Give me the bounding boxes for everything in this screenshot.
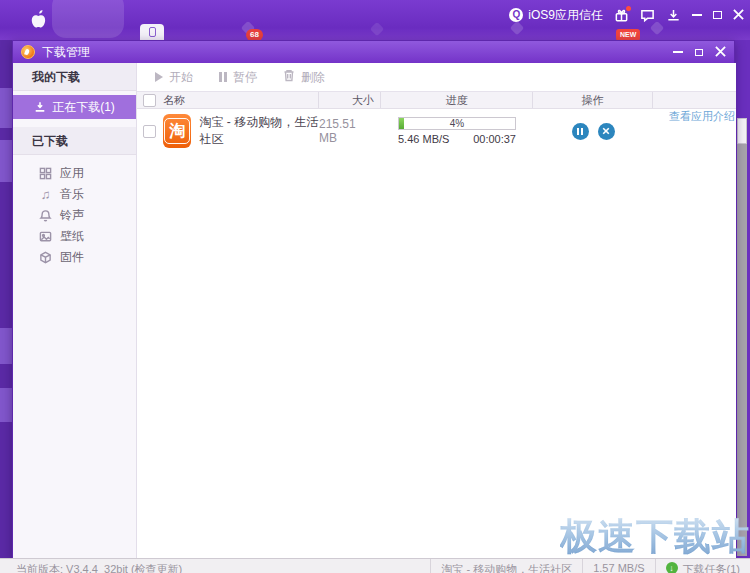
sidebar-item-label: 铃声 bbox=[60, 207, 84, 224]
active-tab-shape[interactable] bbox=[52, 0, 124, 38]
sidebar-item-downloading[interactable]: 正在下载(1) bbox=[13, 95, 136, 119]
select-all-checkbox[interactable] bbox=[143, 94, 156, 107]
sidebar-item-label: 壁纸 bbox=[60, 228, 84, 245]
table-header: 名称 大小 进度 操作 bbox=[137, 91, 736, 109]
pause-icon bbox=[577, 128, 583, 135]
app-logo-icon bbox=[21, 45, 35, 59]
picture-icon bbox=[39, 230, 52, 243]
sidebar-item-label: 音乐 bbox=[60, 186, 84, 203]
download-name: 淘宝 - 移动购物，生活社区 bbox=[199, 114, 319, 148]
app-top-bar: 68 NEW Q iOS9应用信任 bbox=[0, 0, 750, 40]
trust-icon: Q bbox=[509, 8, 523, 22]
download-time: 00:00:37 bbox=[473, 133, 516, 145]
music-note-icon: ♫ bbox=[39, 188, 52, 201]
dialog-close-button[interactable] bbox=[715, 43, 726, 61]
gift-alert-dot bbox=[626, 6, 631, 11]
bell-icon bbox=[39, 209, 52, 222]
sidebar-strip-item bbox=[0, 88, 12, 128]
ios9-trust-button[interactable]: Q iOS9应用信任 bbox=[509, 7, 603, 24]
sidebar-item-music[interactable]: ♫ 音乐 bbox=[13, 184, 136, 205]
status-task-count: 下载任务(1) bbox=[683, 562, 740, 573]
sidebar-section-my-downloads: 我的下载 bbox=[13, 63, 136, 91]
start-label: 开始 bbox=[169, 69, 193, 86]
download-speed: 5.46 MB/S bbox=[398, 133, 449, 145]
sparkle-decoration bbox=[370, 22, 384, 36]
sidebar-strip-item bbox=[0, 328, 12, 364]
sidebar-item-firmware[interactable]: 固件 bbox=[13, 247, 136, 268]
progress-bar: 4% bbox=[398, 117, 516, 130]
column-header-extra bbox=[653, 92, 736, 108]
gift-button[interactable] bbox=[614, 8, 629, 23]
sidebar-item-label: 固件 bbox=[60, 249, 84, 266]
progress-cell: 4% 5.46 MB/S 00:00:37 bbox=[398, 117, 516, 145]
app-close-button[interactable] bbox=[733, 6, 744, 24]
taobao-glyph: 淘 bbox=[164, 118, 190, 144]
row-checkbox[interactable] bbox=[143, 125, 156, 138]
download-list-panel: 开始 暂停 删除 名称 大小 进度 操作 bbox=[137, 63, 736, 559]
apple-logo-icon bbox=[28, 7, 50, 31]
app-maximize-button[interactable] bbox=[713, 11, 722, 19]
message-button[interactable] bbox=[640, 8, 655, 23]
background-sidebar-strip bbox=[0, 40, 12, 558]
delete-button[interactable]: 删除 bbox=[283, 69, 325, 86]
trust-label: iOS9应用信任 bbox=[528, 7, 603, 24]
check-update-link[interactable]: (检查更新) bbox=[131, 563, 182, 573]
download-tray-button[interactable] bbox=[666, 8, 681, 23]
app-minimize-button[interactable] bbox=[692, 14, 702, 16]
view-app-detail-link[interactable]: 查看应用介绍 bbox=[653, 109, 736, 153]
scrollbar-track[interactable] bbox=[737, 118, 747, 556]
download-sidebar: 我的下载 正在下载(1) 已下载 应用 ♫ 音乐 铃声 壁纸 bbox=[13, 63, 137, 559]
column-header-size[interactable]: 大小 bbox=[319, 92, 381, 108]
delete-label: 删除 bbox=[301, 69, 325, 86]
downloading-icon bbox=[34, 101, 46, 113]
pause-button[interactable]: 暂停 bbox=[219, 69, 257, 86]
site-watermark: 极速下载站 bbox=[560, 512, 750, 562]
column-header-name[interactable]: 名称 bbox=[161, 92, 319, 108]
table-row[interactable]: 淘 淘宝 - 移动购物，生活社区 215.51 MB 4% 5.46 MB/S … bbox=[137, 109, 736, 153]
column-header-progress[interactable]: 进度 bbox=[381, 92, 533, 108]
progress-percent: 4% bbox=[399, 118, 515, 130]
trash-icon bbox=[283, 69, 295, 85]
sidebar-item-label: 正在下载(1) bbox=[52, 99, 115, 116]
version-label: 当前版本: V3.4.4_32bit bbox=[16, 563, 128, 573]
close-icon bbox=[602, 127, 610, 135]
row-pause-button[interactable] bbox=[572, 123, 589, 140]
download-status-icon: ↓ bbox=[666, 562, 678, 573]
scrollbar-thumb[interactable] bbox=[737, 118, 747, 144]
play-icon bbox=[155, 72, 163, 82]
sidebar-strip-item bbox=[0, 140, 12, 182]
download-size: 215.51 MB bbox=[319, 109, 381, 153]
device-icon bbox=[149, 27, 156, 37]
dialog-maximize-button[interactable] bbox=[695, 49, 703, 56]
sidebar-strip-item bbox=[0, 388, 12, 422]
dialog-minimize-button[interactable] bbox=[673, 51, 683, 53]
column-header-action[interactable]: 操作 bbox=[533, 92, 653, 108]
start-button[interactable]: 开始 bbox=[155, 69, 193, 86]
download-manager-window: 下载管理 我的下载 正在下载(1) 已下载 应用 ♫ 音乐 bbox=[12, 40, 735, 558]
device-tab[interactable] bbox=[140, 24, 164, 40]
sidebar-item-apps[interactable]: 应用 bbox=[13, 163, 136, 184]
pause-icon bbox=[219, 72, 227, 82]
download-toolbar: 开始 暂停 删除 bbox=[137, 63, 736, 91]
sidebar-item-ringtones[interactable]: 铃声 bbox=[13, 205, 136, 226]
dialog-title-bar[interactable]: 下载管理 bbox=[13, 41, 734, 63]
apps-grid-icon bbox=[39, 167, 52, 180]
pause-label: 暂停 bbox=[233, 69, 257, 86]
sidebar-section-downloaded: 已下载 bbox=[13, 127, 136, 155]
row-cancel-button[interactable] bbox=[598, 123, 615, 140]
dialog-title: 下载管理 bbox=[42, 44, 90, 61]
sidebar-item-label: 应用 bbox=[60, 165, 84, 182]
cube-icon bbox=[39, 251, 52, 264]
top-bar-actions: Q iOS9应用信任 bbox=[509, 0, 744, 30]
sidebar-item-wallpapers[interactable]: 壁纸 bbox=[13, 226, 136, 247]
taobao-app-icon: 淘 bbox=[163, 114, 191, 148]
